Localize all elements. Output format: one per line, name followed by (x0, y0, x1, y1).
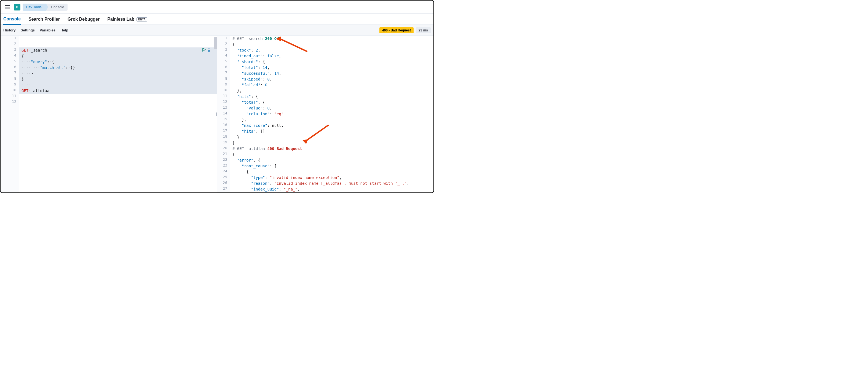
line-number: 20 (217, 146, 230, 152)
tab-label: Grok Debugger (67, 17, 99, 22)
code-line: "root_cause": [ (230, 163, 433, 169)
code-line: ····"query":·{ (19, 59, 217, 65)
code-line: "reason": "Invalid index name [_alldfaa]… (230, 181, 433, 186)
line-number: 21 (217, 152, 230, 157)
line-number: 26 (217, 181, 230, 186)
code-line: { (230, 42, 433, 47)
subbar-link-settings[interactable]: Settings (21, 28, 35, 32)
code-line (19, 100, 217, 105)
tab-label: Console (3, 17, 21, 22)
code-line: ········"match_all":·{} (19, 65, 217, 71)
subbar-link-help[interactable]: Help (60, 28, 68, 32)
line-number: 19 (217, 140, 230, 146)
code-line: { (19, 53, 217, 59)
line-number: 27 (217, 186, 230, 192)
code-line: "value": 0, (230, 105, 433, 111)
code-line: "took": 2, (230, 47, 433, 53)
response-viewer[interactable]: 1234567891011121314151617181920212223242… (217, 36, 433, 192)
beta-badge: BETA (136, 18, 147, 22)
code-line: { (230, 152, 433, 157)
line-number: 9 (1, 82, 19, 88)
tab-grok-debugger[interactable]: Grok Debugger (67, 14, 99, 25)
line-number: 11 (1, 94, 19, 100)
line-number: 6 (1, 65, 19, 71)
run-request-icon[interactable] (203, 47, 206, 53)
line-number: 8 (1, 76, 19, 82)
line-number: 14 (217, 111, 230, 117)
line-number: 3 (1, 47, 19, 53)
code-line: "error": { (230, 157, 433, 163)
line-number: 15 (217, 117, 230, 123)
code-line: ···· (19, 82, 217, 88)
line-number: 16 (217, 123, 230, 128)
code-line (19, 42, 217, 47)
line-number: 2 (1, 42, 19, 47)
code-line: GET·_alldfaa (19, 88, 217, 94)
code-line (19, 94, 217, 100)
time-badge: 23 ms (416, 27, 431, 33)
tab-painless-lab[interactable]: Painless LabBETA (107, 14, 147, 25)
breadcrumb: Dev Tools Console (23, 4, 67, 11)
code-line: "type": "invalid_index_name_exception", (230, 175, 433, 181)
code-line: "hits": { (230, 94, 433, 100)
code-line: "failed": 0 (230, 82, 433, 88)
code-line: { (230, 169, 433, 175)
line-number: 9 (217, 82, 230, 88)
tab-label: Painless Lab (107, 17, 134, 22)
avatar[interactable]: D (14, 4, 21, 10)
line-number: 12 (1, 100, 19, 105)
line-number: 13 (217, 105, 230, 111)
line-number: 11 (217, 94, 230, 100)
code-line: } (230, 134, 433, 140)
request-editor[interactable]: 123456789101112 GET·_search{····"query":… (1, 36, 217, 192)
code-line: GET·_search (19, 47, 217, 53)
line-number: 2 (217, 42, 230, 47)
code-line: }, (230, 88, 433, 94)
tab-search-profiler[interactable]: Search Profiler (28, 14, 60, 25)
scrollbar-thumb[interactable] (214, 37, 217, 49)
code-line: # GET _alldfaa 400 Bad Request (230, 146, 433, 152)
line-number: 5 (1, 59, 19, 65)
code-line (19, 36, 217, 42)
code-line: "successful": 14, (230, 71, 433, 76)
request-options-icon[interactable] (209, 49, 209, 52)
subbar-link-variables[interactable]: Variables (40, 28, 55, 32)
code-line: }, (230, 117, 433, 123)
code-line: "skipped": 0, (230, 76, 433, 82)
line-number: 5 (217, 59, 230, 65)
code-line: "max_score": null, (230, 123, 433, 128)
code-line: "hits": [] (230, 128, 433, 134)
line-number: 1 (1, 36, 19, 42)
line-number: 6 (217, 65, 230, 71)
line-number: 10 (1, 88, 19, 94)
code-line: ····} (19, 71, 217, 76)
code-line: # GET _search 200 OK (230, 36, 433, 42)
line-number: 12 (217, 100, 230, 105)
line-number: 23 (217, 163, 230, 169)
breadcrumb-item-devtools[interactable]: Dev Tools (23, 4, 46, 11)
line-number: 24 (217, 169, 230, 175)
code-line: } (230, 140, 433, 146)
menu-toggle-button[interactable] (3, 3, 11, 11)
code-line: "total": { (230, 100, 433, 105)
code-line: "_shards": { (230, 59, 433, 65)
line-number: 4 (217, 53, 230, 59)
subbar-left: HistorySettingsVariablesHelp (3, 28, 68, 32)
line-number: 22 (217, 157, 230, 163)
code-line: "total": 14, (230, 65, 433, 71)
tab-label: Search Profiler (28, 17, 60, 22)
line-number: 7 (1, 71, 19, 76)
status-badge: 400 - Bad Request (379, 27, 413, 33)
line-number: 4 (1, 53, 19, 59)
code-line: "relation": "eq" (230, 111, 433, 117)
tab-console[interactable]: Console (3, 14, 21, 25)
subbar-link-history[interactable]: History (3, 28, 16, 32)
line-number: 10 (217, 88, 230, 94)
breadcrumb-item-console: Console (46, 4, 67, 11)
line-number: 18 (217, 134, 230, 140)
code-line: "index_uuid": "_na_", (230, 186, 433, 192)
line-number: 8 (217, 76, 230, 82)
code-line: } (19, 76, 217, 82)
line-number: 25 (217, 175, 230, 181)
code-line: "timed_out": false, (230, 53, 433, 59)
